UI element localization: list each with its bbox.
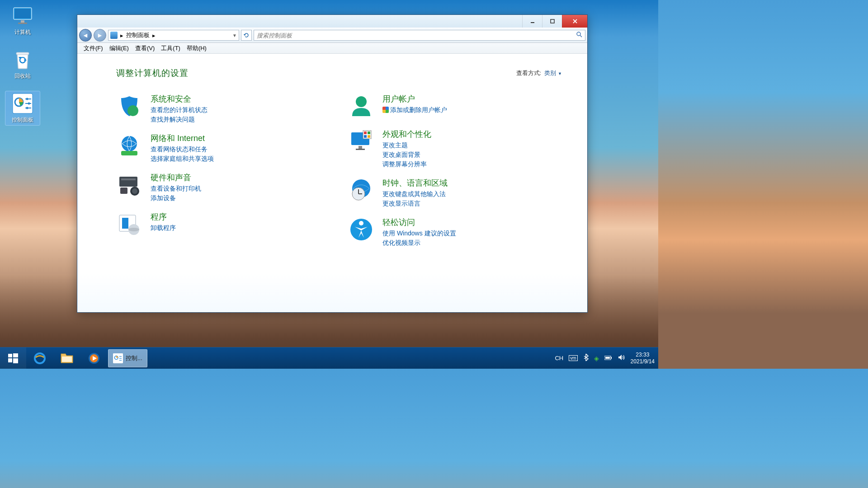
search-box[interactable] bbox=[254, 30, 585, 41]
user-icon[interactable] bbox=[348, 94, 374, 120]
volume-icon[interactable] bbox=[618, 354, 625, 362]
svg-rect-4 bbox=[16, 52, 29, 55]
accessibility-icon[interactable] bbox=[348, 217, 374, 243]
ime-indicator[interactable]: CH bbox=[555, 355, 563, 361]
taskbar: 控制... CH vm ◈ 23:33 2021/9/14 bbox=[0, 347, 658, 369]
dropdown-icon[interactable]: ▼ bbox=[232, 33, 237, 38]
menu-view[interactable]: 查看(V) bbox=[132, 43, 157, 53]
category-title[interactable]: 时钟、语言和区域 bbox=[382, 178, 448, 188]
category-link[interactable]: 更改主题 bbox=[382, 141, 431, 150]
category-title[interactable]: 外观和个性化 bbox=[382, 129, 431, 140]
desktop-icon-recycle[interactable]: 回收站 bbox=[5, 47, 40, 81]
category-link[interactable]: 使用 Windows 建议的设置 bbox=[382, 230, 456, 238]
view-by-value: 类别 bbox=[544, 70, 556, 76]
category-programs: 程序 卸载程序 bbox=[116, 211, 330, 238]
svg-rect-60 bbox=[611, 357, 612, 359]
svg-rect-33 bbox=[359, 146, 362, 149]
svg-rect-2 bbox=[21, 20, 24, 23]
category-link[interactable]: 调整屏幕分辨率 bbox=[382, 160, 431, 169]
category-title[interactable]: 硬件和声音 bbox=[151, 172, 201, 183]
start-button[interactable] bbox=[0, 347, 26, 369]
category-link[interactable]: 查找并解决问题 bbox=[151, 116, 208, 124]
category-link[interactable]: 卸载程序 bbox=[151, 224, 176, 232]
view-by-selector[interactable]: 查看方式: 类别 ▼ bbox=[516, 69, 562, 77]
category-title[interactable]: 轻松访问 bbox=[382, 217, 456, 228]
category-link[interactable]: 查看网络状态和任务 bbox=[151, 145, 214, 154]
search-icon bbox=[576, 31, 582, 39]
desktop-icon-control-panel[interactable]: 控制面板 bbox=[5, 91, 40, 125]
system-tray: CH vm ◈ 23:33 2021/9/14 bbox=[551, 352, 658, 365]
taskbar-ie[interactable] bbox=[27, 349, 53, 367]
svg-rect-21 bbox=[121, 151, 137, 155]
svg-rect-51 bbox=[62, 357, 72, 362]
category-link[interactable]: 查看设备和打印机 bbox=[151, 185, 201, 193]
category-link[interactable]: 更改桌面背景 bbox=[382, 151, 431, 159]
back-button[interactable]: ◄ bbox=[79, 29, 92, 42]
hardware-icon[interactable] bbox=[116, 172, 142, 198]
menu-edit[interactable]: 编辑(E) bbox=[107, 43, 132, 53]
category-link[interactable]: 更改显示语言 bbox=[382, 200, 448, 208]
refresh-button[interactable] bbox=[241, 30, 252, 41]
taskbar-control-panel[interactable]: 控制... bbox=[108, 349, 147, 367]
breadcrumb-sep: ▸ bbox=[120, 32, 123, 39]
category-link[interactable]: 添加或删除用户帐户 bbox=[382, 106, 447, 114]
svg-line-18 bbox=[580, 35, 582, 37]
address-bar[interactable]: ▸ 控制面板 ▸ ▼ bbox=[108, 30, 239, 41]
maximize-button[interactable] bbox=[542, 15, 562, 28]
control-panel-icon bbox=[12, 93, 33, 114]
menu-file[interactable]: 文件(F) bbox=[81, 43, 106, 53]
chevron-down-icon: ▼ bbox=[558, 71, 562, 76]
svg-point-50 bbox=[35, 353, 45, 363]
category-title[interactable]: 网络和 Internet bbox=[151, 133, 214, 144]
breadcrumb-item[interactable]: 控制面板 bbox=[126, 31, 150, 39]
desktop-icon-label: 控制面板 bbox=[12, 116, 33, 124]
svg-rect-37 bbox=[368, 131, 370, 134]
svg-rect-3 bbox=[18, 23, 27, 24]
security-icon[interactable] bbox=[116, 94, 142, 120]
taskbar-media-player[interactable] bbox=[81, 349, 107, 367]
svg-rect-22 bbox=[119, 177, 137, 187]
desktop-icons: 计算机 回收站 控制面板 bbox=[5, 4, 40, 125]
clock[interactable]: 23:33 2021/9/14 bbox=[631, 352, 655, 365]
close-button[interactable] bbox=[562, 15, 587, 28]
nav-toolbar: ◄ ► ▸ 控制面板 ▸ ▼ bbox=[77, 28, 587, 43]
svg-point-25 bbox=[132, 188, 137, 194]
menu-tools[interactable]: 工具(T) bbox=[158, 43, 183, 53]
control-panel-icon bbox=[110, 32, 118, 39]
svg-rect-46 bbox=[8, 354, 12, 357]
category-column-left: 系统和安全 查看您的计算机状态 查找并解决问题 网络和 Internet 查看网… bbox=[116, 94, 330, 247]
category-link[interactable]: 选择家庭组和共享选项 bbox=[151, 155, 214, 163]
category-link[interactable]: 查看您的计算机状态 bbox=[151, 106, 208, 114]
svg-rect-14 bbox=[551, 19, 554, 23]
category-title[interactable]: 用户帐户 bbox=[382, 94, 447, 104]
search-input[interactable] bbox=[257, 32, 576, 39]
desktop-icon-computer[interactable]: 计算机 bbox=[5, 4, 40, 38]
clock-icon[interactable] bbox=[348, 178, 374, 204]
appearance-icon[interactable] bbox=[348, 129, 374, 155]
power-icon[interactable] bbox=[604, 355, 613, 362]
taskbar-explorer[interactable] bbox=[54, 349, 80, 367]
recycle-bin-icon bbox=[12, 49, 33, 70]
category-title[interactable]: 程序 bbox=[151, 211, 176, 222]
category-title[interactable]: 系统和安全 bbox=[151, 94, 208, 104]
taskbar-button-label: 控制... bbox=[126, 354, 142, 362]
category-column-right: 用户帐户 添加或删除用户帐户 外观和个性化 更改主题 更改桌面背景 调整屏幕分辨… bbox=[348, 94, 562, 247]
minimize-button[interactable] bbox=[522, 15, 542, 28]
svg-rect-39 bbox=[368, 135, 370, 138]
svg-rect-26 bbox=[120, 188, 127, 194]
desktop-icon-label: 回收站 bbox=[14, 72, 31, 80]
svg-point-19 bbox=[127, 105, 138, 116]
category-link[interactable]: 添加设备 bbox=[151, 194, 201, 202]
network-icon[interactable] bbox=[116, 133, 142, 159]
category-link[interactable]: 优化视频显示 bbox=[382, 239, 456, 247]
forward-button[interactable]: ► bbox=[94, 29, 106, 42]
programs-icon[interactable] bbox=[116, 211, 142, 238]
category-ease-of-access: 轻松访问 使用 Windows 建议的设置 优化视频显示 bbox=[348, 217, 562, 247]
tray-icon[interactable]: ◈ bbox=[594, 355, 599, 362]
menu-help[interactable]: 帮助(H) bbox=[184, 43, 209, 53]
vm-icon[interactable]: vm bbox=[569, 355, 577, 361]
titlebar[interactable] bbox=[77, 15, 587, 28]
bluetooth-icon[interactable] bbox=[583, 354, 589, 362]
svg-point-31 bbox=[356, 96, 367, 107]
category-link[interactable]: 更改键盘或其他输入法 bbox=[382, 190, 448, 198]
